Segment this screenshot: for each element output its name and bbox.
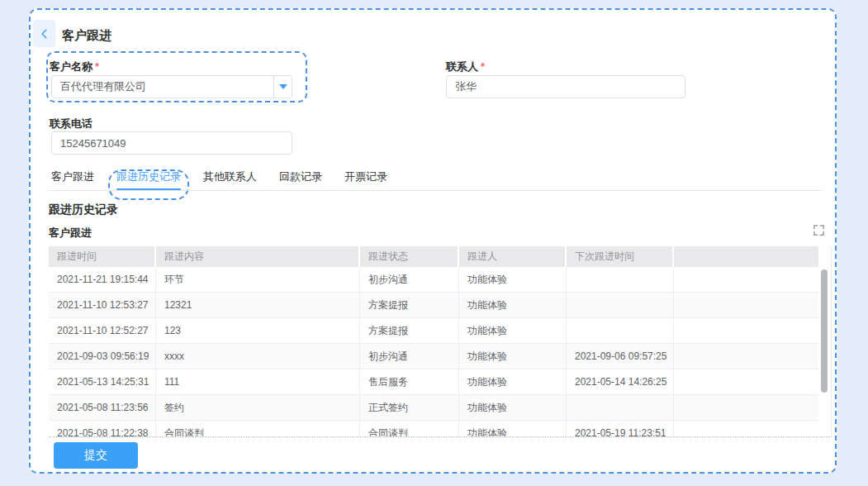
tab-bar: 客户跟进 跟进历史记录 其他联系人 回款记录 开票记录 xyxy=(51,164,387,190)
cell-followup-content: 12321 xyxy=(156,293,360,317)
cell-empty xyxy=(674,369,818,394)
column-header xyxy=(674,246,818,267)
table-subtitle: 客户跟进 xyxy=(49,226,92,241)
cell-next-followup-time xyxy=(567,267,674,292)
cell-followup-person: 功能体验 xyxy=(459,395,567,420)
fullscreen-corners-icon[interactable] xyxy=(813,224,825,236)
cell-followup-content: xxxx xyxy=(156,344,360,369)
cell-empty xyxy=(674,267,818,292)
cell-followup-status: 正式签约 xyxy=(360,395,459,420)
table-body: 2021-11-21 19:15:44 环节 初步沟通 功能体验 2021-11… xyxy=(49,267,818,437)
table-row: 2021-05-13 14:25:31 111 售后服务 功能体验 2021-0… xyxy=(49,369,818,395)
cell-followup-content: 合同谈判 xyxy=(156,421,360,437)
page-title: 客户跟进 xyxy=(62,27,111,44)
contact-person-label: 联系人* xyxy=(446,60,485,74)
cell-next-followup-time xyxy=(567,318,674,343)
cell-next-followup-time: 2021-05-14 14:26:25 xyxy=(567,369,674,394)
cell-followup-person: 功能体验 xyxy=(459,369,567,394)
table-row: 2021-05-08 11:23:56 签约 正式签约 功能体验 xyxy=(49,395,818,421)
cell-next-followup-time xyxy=(567,395,674,420)
cell-followup-time: 2021-11-21 19:15:44 xyxy=(49,267,156,292)
table-row: 2021-11-10 12:52:27 123 方案提报 功能体验 xyxy=(49,318,818,344)
contact-phone-input[interactable] xyxy=(51,131,292,155)
cell-followup-person: 功能体验 xyxy=(459,344,567,369)
cell-empty xyxy=(674,421,818,437)
column-header: 下次跟进时间 xyxy=(567,246,674,267)
cell-followup-status: 初步沟通 xyxy=(360,344,459,369)
followup-history-table: 跟进时间 跟进内容 跟进状态 跟进人 下次跟进时间 2021-11-21 19:… xyxy=(49,246,832,437)
cell-followup-content: 111 xyxy=(156,369,360,394)
cell-empty xyxy=(674,395,818,420)
cell-followup-time: 2021-05-08 11:22:38 xyxy=(49,421,156,437)
cell-followup-person: 功能体验 xyxy=(459,318,567,343)
cell-next-followup-time: 2021-09-06 09:57:25 xyxy=(567,344,674,369)
cell-followup-time: 2021-05-13 14:25:31 xyxy=(49,369,156,394)
cell-followup-content: 签约 xyxy=(156,395,360,420)
table-header-row: 跟进时间 跟进内容 跟进状态 跟进人 下次跟进时间 xyxy=(49,246,818,267)
column-header: 跟进内容 xyxy=(156,246,360,267)
cell-followup-status: 合同谈判 xyxy=(360,421,459,437)
submit-button[interactable]: 提交 xyxy=(54,442,138,469)
cell-followup-status: 方案提报 xyxy=(360,293,459,317)
column-header: 跟进时间 xyxy=(49,246,156,267)
column-header: 跟进状态 xyxy=(360,246,459,267)
contact-person-input[interactable] xyxy=(446,75,685,98)
cell-followup-status: 售后服务 xyxy=(360,369,459,394)
cell-followup-person: 功能体验 xyxy=(459,421,567,437)
tab-invoice-records[interactable]: 开票记录 xyxy=(344,164,387,190)
cell-followup-content: 环节 xyxy=(156,267,360,292)
cell-empty xyxy=(674,344,818,369)
customer-followup-card: 客户跟进 客户名称* 百代代理有限公司 联系人* 联系电话 客户跟进 跟进历史记… xyxy=(29,8,837,474)
column-header: 跟进人 xyxy=(459,246,567,267)
table-row: 2021-11-10 12:53:27 12321 方案提报 功能体验 xyxy=(49,293,818,318)
cell-followup-person: 功能体验 xyxy=(459,293,567,317)
tab-other-contacts[interactable]: 其他联系人 xyxy=(203,164,257,190)
cell-followup-time: 2021-09-03 09:56:19 xyxy=(49,344,156,369)
caret-down-icon xyxy=(273,76,292,98)
cell-followup-person: 功能体验 xyxy=(459,267,567,292)
tab-followup-history[interactable]: 跟进历史记录 xyxy=(116,164,181,190)
tab-customer-followup[interactable]: 客户跟进 xyxy=(51,164,94,190)
cell-followup-status: 初步沟通 xyxy=(360,267,459,292)
table-row: 2021-05-08 11:22:38 合同谈判 合同谈判 功能体验 2021-… xyxy=(49,421,818,437)
cell-followup-time: 2021-11-10 12:53:27 xyxy=(49,293,156,317)
tabs-divider xyxy=(47,190,822,191)
customer-name-select[interactable]: 百代代理有限公司 xyxy=(51,75,292,98)
cell-followup-time: 2021-05-08 11:23:56 xyxy=(49,395,156,420)
chevron-left-icon xyxy=(39,28,50,40)
required-asterisk: * xyxy=(95,60,99,73)
customer-name-label: 客户名称* xyxy=(50,60,99,74)
cell-empty xyxy=(674,293,818,317)
cell-followup-status: 方案提报 xyxy=(360,318,459,343)
cell-followup-time: 2021-11-10 12:52:27 xyxy=(49,318,156,343)
cell-empty xyxy=(674,318,818,343)
cell-next-followup-time: 2021-05-19 11:23:51 xyxy=(567,421,674,437)
section-title: 跟进历史记录 xyxy=(49,202,118,217)
table-row: 2021-11-21 19:15:44 环节 初步沟通 功能体验 xyxy=(49,267,818,293)
cell-followup-content: 123 xyxy=(156,318,360,343)
required-asterisk: * xyxy=(481,60,485,73)
customer-name-value: 百代代理有限公司 xyxy=(52,76,273,98)
contact-phone-label: 联系电话 xyxy=(50,117,92,131)
cell-next-followup-time xyxy=(567,293,674,317)
table-row: 2021-09-03 09:56:19 xxxx 初步沟通 功能体验 2021-… xyxy=(49,344,818,369)
table-scrollbar-thumb[interactable] xyxy=(821,269,828,393)
tab-payment-records[interactable]: 回款记录 xyxy=(279,164,322,190)
back-button[interactable] xyxy=(33,20,55,47)
